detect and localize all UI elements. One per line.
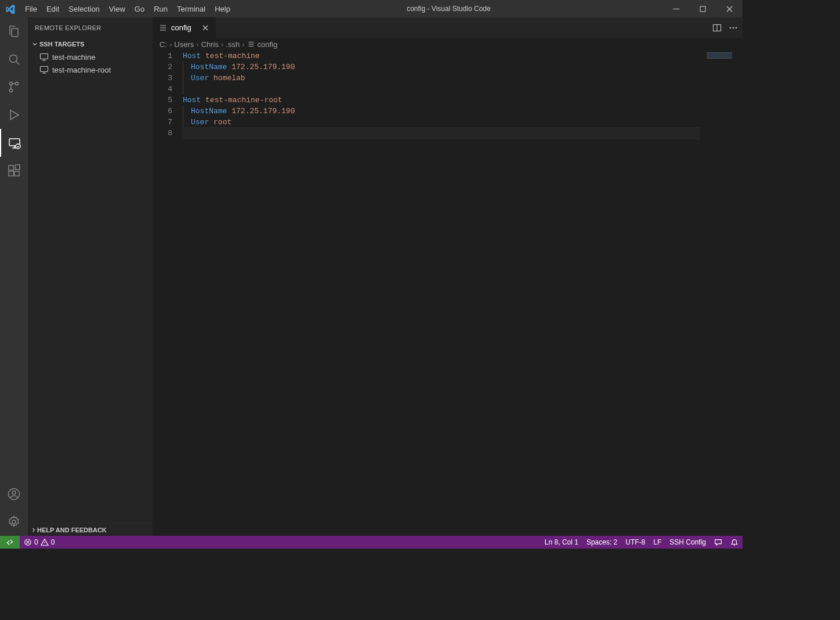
ssh-target-item[interactable]: test-machine-root: [28, 63, 153, 76]
status-encoding[interactable]: UTF-8: [621, 536, 649, 549]
breadcrumb-item[interactable]: .ssh: [226, 40, 240, 49]
svg-point-19: [733, 27, 734, 28]
activity-run-debug[interactable]: [0, 101, 28, 129]
code-content[interactable]: Host test-machineHostName 172.25.179.190…: [183, 51, 700, 536]
status-notifications-icon[interactable]: [726, 536, 743, 549]
svg-rect-10: [15, 171, 19, 176]
menu-selection[interactable]: Selection: [64, 0, 104, 17]
svg-rect-0: [673, 9, 679, 9]
menu-terminal[interactable]: Terminal: [172, 0, 210, 17]
chevron-down-icon: [30, 41, 39, 48]
more-actions-button[interactable]: [729, 23, 738, 33]
ssh-target-label: test-machine: [52, 53, 95, 62]
svg-rect-11: [15, 165, 20, 170]
monitor-icon: [39, 52, 49, 62]
menu-edit[interactable]: Edit: [42, 0, 64, 17]
menu-bar: File Edit Selection View Go Run Terminal…: [20, 0, 235, 17]
menu-file[interactable]: File: [20, 0, 42, 17]
tab-label: config: [171, 23, 191, 32]
breadcrumb-item[interactable]: Users: [174, 40, 194, 49]
line-number-gutter: 12345678: [153, 51, 183, 536]
minimap[interactable]: [700, 51, 734, 536]
window-controls: [662, 0, 743, 17]
ssh-target-label: test-machine-root: [52, 66, 111, 74]
split-editor-button[interactable]: [712, 23, 722, 33]
section-help-feedback-label: HELP AND FEEDBACK: [37, 527, 107, 534]
activity-bar: [0, 17, 28, 536]
status-indentation[interactable]: Spaces: 2: [582, 536, 621, 549]
svg-point-13: [12, 491, 16, 495]
menu-go[interactable]: Go: [130, 0, 149, 17]
activity-source-control[interactable]: [0, 73, 28, 101]
minimize-button[interactable]: [662, 0, 689, 17]
sidebar-tree: test-machine test-machine-root: [28, 51, 153, 523]
svg-point-5: [10, 89, 13, 92]
tabs-bar: config: [153, 17, 743, 38]
maximize-button[interactable]: [689, 0, 716, 17]
file-icon: [158, 23, 168, 33]
monitor-icon: [39, 65, 49, 74]
remote-indicator[interactable]: [0, 536, 20, 549]
status-warning-count: 0: [51, 538, 55, 546]
breadcrumb-item[interactable]: config: [247, 40, 278, 49]
title-bar: File Edit Selection View Go Run Terminal…: [0, 0, 743, 17]
sidebar-title: REMOTE EXPLORER: [28, 17, 153, 38]
section-ssh-targets[interactable]: SSH TARGETS: [28, 38, 153, 51]
breadcrumb-file-label: config: [258, 40, 278, 49]
editor-scrollbar[interactable]: [734, 51, 743, 536]
chevron-right-icon: [30, 527, 37, 534]
status-language-mode[interactable]: SSH Config: [665, 536, 710, 549]
status-problems[interactable]: 0 0: [20, 536, 59, 549]
editor-body[interactable]: 12345678 Host test-machineHostName 172.2…: [153, 51, 743, 536]
chevron-right-icon: ›: [169, 40, 172, 49]
svg-point-20: [736, 27, 737, 28]
menu-view[interactable]: View: [104, 0, 130, 17]
activity-accounts[interactable]: [0, 480, 28, 508]
activity-explorer[interactable]: [0, 17, 28, 45]
menu-run[interactable]: Run: [149, 0, 172, 17]
activity-extensions[interactable]: [0, 157, 28, 185]
status-cursor-position[interactable]: Ln 8, Col 1: [541, 536, 582, 549]
status-error-count: 0: [34, 538, 38, 546]
editor-actions: [708, 17, 743, 38]
editor-area: config C: › Users › Chris › .ssh: [153, 17, 743, 536]
chevron-right-icon: ›: [242, 40, 244, 49]
status-feedback-icon[interactable]: [710, 536, 726, 549]
svg-point-2: [10, 55, 17, 63]
breadcrumbs: C: › Users › Chris › .ssh › config: [153, 38, 743, 51]
tab-config[interactable]: config: [153, 17, 216, 38]
minimap-content: [707, 52, 732, 59]
tab-close-button[interactable]: [201, 23, 210, 33]
chevron-right-icon: ›: [221, 40, 223, 49]
svg-rect-15: [41, 54, 48, 59]
menu-help[interactable]: Help: [210, 0, 235, 17]
svg-rect-8: [9, 165, 13, 170]
chevron-right-icon: ›: [196, 40, 198, 49]
breadcrumb-item[interactable]: Chris: [201, 40, 219, 49]
svg-point-14: [12, 520, 16, 524]
svg-rect-1: [700, 6, 705, 12]
svg-point-3: [16, 82, 19, 85]
activity-search[interactable]: [0, 45, 28, 73]
sidebar: REMOTE EXPLORER SSH TARGETS test-machine…: [28, 17, 153, 536]
breadcrumb-item[interactable]: C:: [160, 40, 167, 49]
svg-rect-16: [41, 67, 48, 72]
svg-point-18: [730, 27, 732, 28]
section-ssh-targets-label: SSH TARGETS: [39, 41, 84, 48]
vscode-logo-icon: [0, 0, 20, 17]
close-button[interactable]: [716, 0, 743, 17]
section-help-feedback[interactable]: HELP AND FEEDBACK: [28, 523, 153, 536]
status-bar: 0 0 Ln 8, Col 1 Spaces: 2 UTF-8 LF SSH C…: [0, 536, 743, 549]
ssh-target-item[interactable]: test-machine: [28, 51, 153, 63]
svg-rect-9: [9, 171, 13, 176]
activity-settings[interactable]: [0, 508, 28, 536]
activity-remote-explorer[interactable]: [0, 129, 28, 157]
window-title: config - Visual Studio Code: [235, 5, 662, 13]
status-eol[interactable]: LF: [649, 536, 665, 549]
